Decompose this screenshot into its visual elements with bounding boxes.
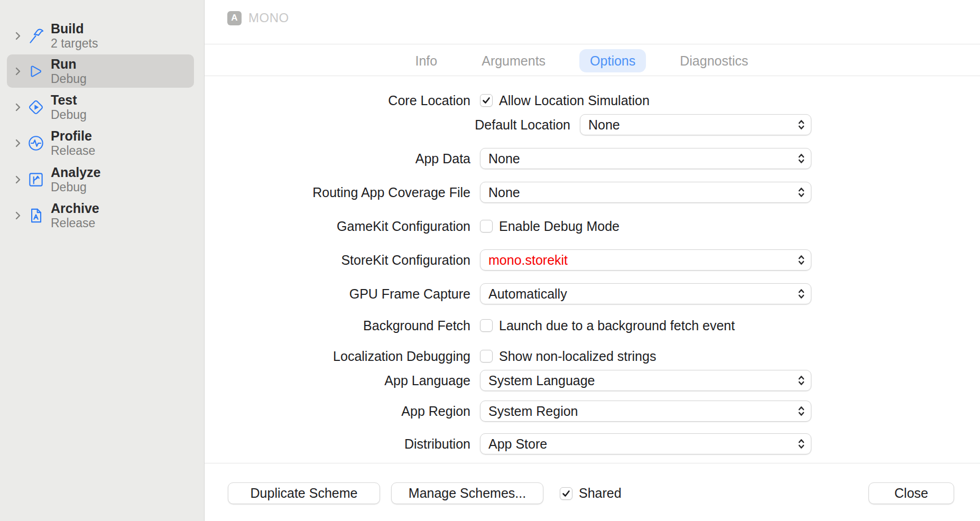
field-label: Default Location [205,117,570,133]
form-row-app-region: App Region System Region [205,401,980,422]
gpu-frame-capture-dropdown[interactable]: Automatically [480,283,811,304]
tab-arguments[interactable]: Arguments [471,49,556,72]
distribution-dropdown[interactable]: App Store [480,433,811,454]
field-label: Background Fetch [205,318,470,333]
scheme-editor-pane: A MONO Info Arguments Options Diagnostic… [205,0,980,521]
hammer-icon [25,25,47,46]
tabs-divider [205,76,980,76]
scheme-sidebar: Build 2 targets Run Debug Test [0,0,205,521]
footer-divider [205,463,980,463]
shared-option: Shared [560,482,622,504]
archive-document-icon [25,205,47,226]
manage-schemes-button[interactable]: Manage Schemes... [391,482,543,504]
close-button[interactable]: Close [868,482,954,504]
checkbox-label: Enable Debug Mode [499,219,620,234]
sidebar-item-run[interactable]: Run Debug [7,54,194,88]
sidebar-item-test[interactable]: Test Debug [7,90,194,124]
sidebar-item-subtitle: Debug [51,181,100,194]
sidebar-item-profile[interactable]: Profile Release [7,126,194,160]
dropdown-value: None [488,185,520,200]
show-non-localized-strings-checkbox[interactable] [480,350,493,362]
form-row-app-language: App Language System Language [205,370,980,391]
analyze-branch-icon [25,169,47,190]
field-label: Distribution [205,436,470,452]
run-play-icon [25,61,47,82]
chevron-right-icon[interactable] [15,31,21,41]
sidebar-item-title: Build [51,21,98,36]
background-fetch-checkbox[interactable] [480,319,493,332]
sidebar-item-title: Archive [51,201,99,216]
chevron-right-icon[interactable] [15,102,21,113]
form-row-gpu-frame-capture: GPU Frame Capture Automatically [205,283,980,304]
checkbox-label: Show non-localized strings [499,349,656,364]
dropdown-value: App Store [488,436,547,452]
storekit-configuration-dropdown[interactable]: mono.storekit [480,249,811,271]
app-data-dropdown[interactable]: None [480,148,811,169]
stepper-icon [797,374,806,387]
sidebar-item-archive[interactable]: Archive Release [7,199,194,232]
form-row-default-location: Default Location None [205,114,980,135]
stepper-icon [797,118,806,131]
form-row-distribution: Distribution App Store [205,433,980,454]
routing-app-coverage-dropdown[interactable]: None [480,182,811,203]
sidebar-item-analyze[interactable]: Analyze Debug [7,163,194,196]
app-store-icon: A [227,11,242,25]
sidebar-item-subtitle: Release [51,144,95,158]
app-region-dropdown[interactable]: System Region [480,401,811,422]
tab-info[interactable]: Info [405,49,448,72]
sidebar-item-build[interactable]: Build 2 targets [7,19,194,52]
chevron-right-icon[interactable] [15,66,21,77]
field-label: Routing App Coverage File [205,185,470,200]
field-label: GameKit Configuration [205,219,470,234]
dropdown-value: System Region [488,404,578,419]
tab-bar: Info Arguments Options Diagnostics [205,49,959,72]
form-row-background-fetch: Background Fetch Launch due to a backgro… [205,315,980,336]
sidebar-item-subtitle: Release [51,217,99,230]
scheme-header: A MONO [227,11,289,25]
enable-debug-mode-checkbox[interactable] [480,220,493,232]
form-row-app-data: App Data None [205,148,980,169]
field-label: App Region [205,404,470,419]
stepper-icon [797,438,806,450]
scheme-name: MONO [248,11,289,25]
chevron-right-icon[interactable] [15,174,21,185]
dropdown-value: Automatically [488,286,567,302]
dropdown-value: mono.storekit [488,253,568,268]
allow-location-simulation-checkbox[interactable] [480,94,493,107]
checkbox-label: Launch due to a background fetch event [499,318,735,333]
field-label: Core Location [205,93,470,108]
chevron-right-icon[interactable] [15,138,21,148]
checkbox-label: Allow Location Simulation [499,93,650,108]
sidebar-item-title: Analyze [51,165,100,180]
field-label: App Data [205,151,470,166]
sidebar-item-title: Profile [51,128,95,143]
stepper-icon [797,152,806,165]
default-location-dropdown[interactable]: None [580,114,811,135]
stepper-icon [797,186,806,199]
shared-checkbox[interactable] [560,487,572,500]
form-row-routing-app-coverage: Routing App Coverage File None [205,182,980,203]
sidebar-item-subtitle: Debug [51,72,87,86]
form-row-gamekit: GameKit Configuration Enable Debug Mode [205,216,980,237]
chevron-right-icon[interactable] [15,210,21,221]
tab-options[interactable]: Options [579,49,646,72]
duplicate-scheme-button[interactable]: Duplicate Scheme [228,482,380,504]
dropdown-value: None [488,151,520,166]
header-divider [205,44,980,44]
sidebar-item-subtitle: 2 targets [51,37,98,51]
tab-diagnostics[interactable]: Diagnostics [669,49,759,72]
field-label: App Language [205,373,470,388]
test-diamond-icon [25,97,47,118]
form-row-core-location: Core Location Allow Location Simulation [205,90,980,111]
app-language-dropdown[interactable]: System Language [480,370,811,391]
dropdown-value: None [588,117,620,133]
stepper-icon [797,287,806,300]
field-label: Localization Debugging [205,349,470,364]
field-label: GPU Frame Capture [205,286,470,302]
form-row-storekit: StoreKit Configuration mono.storekit [205,249,980,271]
form-row-localization-debugging: Localization Debugging Show non-localize… [205,346,980,367]
sidebar-item-title: Run [51,57,87,71]
dropdown-value: System Language [488,373,595,388]
field-label: StoreKit Configuration [205,253,470,268]
sidebar-item-subtitle: Debug [51,108,87,122]
